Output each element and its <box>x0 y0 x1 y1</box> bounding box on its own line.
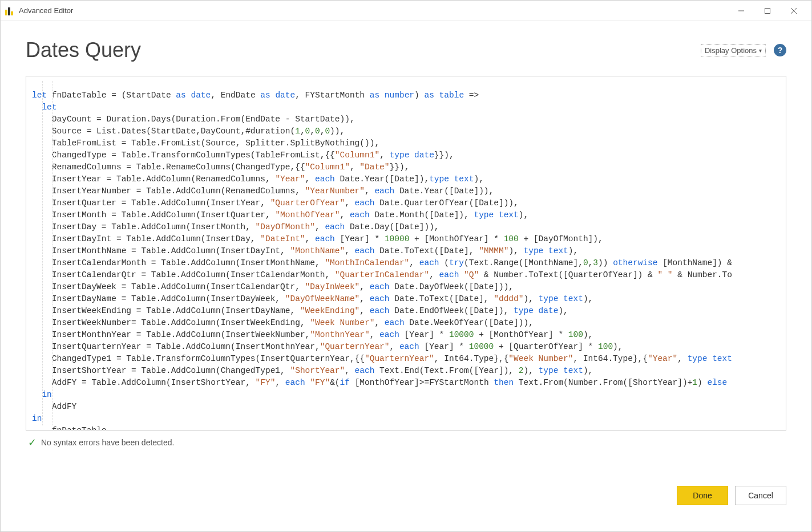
titlebar: Advanced Editor <box>1 1 811 21</box>
maximize-icon <box>765 8 770 14</box>
help-button[interactable]: ? <box>774 44 786 56</box>
app-logo-icon <box>5 6 14 15</box>
cancel-button[interactable]: Cancel <box>735 486 786 505</box>
window-title: Advanced Editor <box>19 6 73 15</box>
close-button[interactable] <box>781 2 807 20</box>
status-message: No syntax errors have been detected. <box>41 438 174 447</box>
query-title: Dates Query <box>26 38 141 62</box>
minimize-button[interactable] <box>728 2 754 20</box>
minimize-icon <box>738 8 744 14</box>
status-bar: ✓ No syntax errors have been detected. <box>26 431 786 449</box>
check-icon: ✓ <box>28 436 37 449</box>
help-icon: ? <box>778 46 783 55</box>
code-editor[interactable]: let fnDateTable = (StartDate as date, En… <box>26 85 786 431</box>
code-editor-container: let fnDateTable = (StartDate as date, En… <box>26 76 786 431</box>
done-button[interactable]: Done <box>677 486 728 505</box>
maximize-button[interactable] <box>754 2 781 20</box>
svg-rect-1 <box>765 8 770 13</box>
close-icon <box>791 8 797 14</box>
display-options-dropdown[interactable]: Display Options ▾ <box>701 44 766 56</box>
display-options-label: Display Options <box>705 46 757 55</box>
chevron-down-icon: ▾ <box>759 47 762 54</box>
